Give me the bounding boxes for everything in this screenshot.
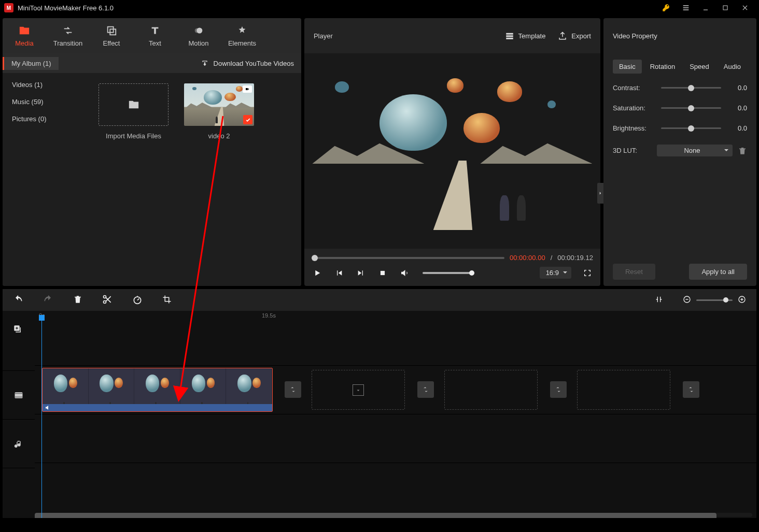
empty-slot[interactable] (444, 370, 538, 410)
timeline-clip[interactable] (42, 368, 273, 412)
svg-point-7 (104, 300, 106, 303)
zoom-in-button[interactable] (738, 295, 746, 305)
media-clip-card[interactable]: video 2 (181, 83, 257, 140)
close-button[interactable] (735, 0, 755, 16)
timeline: 0s 19.5s (3, 311, 756, 518)
aspect-ratio-value: 16:9 (546, 269, 559, 277)
svg-rect-12 (15, 392, 23, 398)
volume-slider[interactable] (423, 272, 474, 274)
tab-media[interactable]: Media (3, 20, 46, 51)
media-sidebar: Videos (1) Music (59) Pictures (0) (3, 73, 91, 286)
export-label: Export (571, 32, 591, 40)
volume-button[interactable] (399, 267, 410, 279)
clip-name: video 2 (208, 132, 230, 140)
time-total: 00:00:19.12 (557, 254, 593, 262)
expand-panel-button[interactable] (597, 183, 603, 204)
prop-tab-speed[interactable]: Speed (683, 60, 715, 74)
video-track-icon (13, 390, 24, 400)
add-track-button[interactable] (13, 324, 22, 335)
album-title[interactable]: My Album (1) (3, 57, 59, 70)
empty-slot[interactable] (312, 370, 405, 410)
empty-slot[interactable] (577, 370, 670, 410)
menu-button[interactable] (676, 0, 696, 16)
play-button[interactable] (312, 267, 323, 279)
media-panel: Media Transition Effect Text Motion Elem… (3, 18, 301, 286)
undo-button[interactable] (13, 294, 23, 306)
sidebar-item-videos[interactable]: Videos (1) (3, 76, 91, 93)
folder-icon (127, 99, 140, 110)
timeline-ruler[interactable]: 0s 19.5s (3, 311, 756, 322)
brightness-slider[interactable] (661, 127, 721, 129)
template-label: Template (518, 32, 546, 40)
prev-frame-button[interactable] (333, 267, 345, 279)
app-title: MiniTool MovieMaker Free 6.1.0 (18, 4, 114, 12)
video-track[interactable] (35, 366, 756, 414)
sidebar-item-pictures[interactable]: Pictures (0) (3, 110, 91, 127)
main-nav-tabs: Media Transition Effect Text Motion Elem… (3, 18, 301, 53)
delete-button[interactable] (73, 295, 82, 306)
time-current: 00:00:00.00 (510, 254, 545, 262)
redo-button[interactable] (43, 294, 53, 306)
media-grid: Import Media Files (91, 73, 301, 286)
import-label: Import Media Files (106, 132, 161, 140)
tab-motion[interactable]: Motion (177, 20, 220, 51)
fullscreen-button[interactable] (582, 267, 593, 279)
svg-point-6 (104, 295, 106, 298)
crop-button[interactable] (162, 295, 172, 306)
contrast-slider[interactable] (661, 87, 721, 89)
timeline-scrollbar[interactable] (35, 513, 752, 517)
maximize-button[interactable] (715, 0, 735, 16)
tab-effect-label: Effect (103, 39, 120, 47)
minimize-button[interactable] (696, 0, 715, 16)
contrast-label: Contrast: (613, 84, 652, 92)
transition-slot-button[interactable] (683, 381, 699, 398)
clip-thumbnail[interactable] (184, 83, 254, 126)
transition-slot-button[interactable] (285, 381, 301, 398)
sidebar-item-music[interactable]: Music (59) (3, 93, 91, 110)
lut-delete-icon[interactable] (738, 146, 747, 155)
next-frame-button[interactable] (355, 267, 367, 279)
tab-transition[interactable]: Transition (46, 20, 90, 51)
overlay-track[interactable] (35, 322, 756, 366)
apply-all-button[interactable]: Apply to all (689, 264, 747, 280)
prop-tab-rotation[interactable]: Rotation (644, 60, 681, 74)
prop-tab-audio[interactable]: Audio (718, 60, 747, 74)
license-key-button[interactable] (656, 0, 676, 16)
tab-text[interactable]: Text (133, 20, 177, 51)
track-head-audio[interactable] (3, 420, 35, 468)
export-button[interactable]: Export (558, 31, 591, 40)
lut-value: None (684, 147, 700, 154)
reset-button[interactable]: Reset (613, 264, 655, 280)
player-panel: Player Template Export (304, 18, 600, 286)
split-button[interactable] (102, 294, 113, 306)
track-head-video[interactable] (3, 371, 35, 420)
contrast-value: 0.0 (730, 84, 747, 92)
zoom-out-button[interactable] (683, 295, 691, 305)
transition-slot-button[interactable] (417, 381, 434, 398)
stop-button[interactable] (377, 267, 388, 279)
import-media-card[interactable]: Import Media Files (96, 83, 171, 140)
clip-audio-icon (45, 405, 51, 411)
tab-elements[interactable]: Elements (220, 20, 264, 51)
progress-slider[interactable] (312, 257, 504, 259)
zoom-slider[interactable] (696, 299, 733, 301)
aspect-ratio-select[interactable]: 16:9 (540, 267, 571, 279)
transition-slot-button[interactable] (550, 381, 567, 398)
audio-track[interactable] (35, 414, 756, 463)
video-badge-icon (243, 85, 252, 93)
fit-button[interactable] (655, 295, 663, 305)
lut-select[interactable]: None (657, 145, 733, 156)
video-preview[interactable] (312, 72, 592, 230)
template-button[interactable]: Template (505, 31, 546, 40)
audio-track-icon (14, 439, 23, 449)
prop-tab-basic[interactable]: Basic (613, 60, 642, 74)
tab-effect[interactable]: Effect (90, 20, 133, 51)
playhead[interactable] (41, 316, 42, 518)
download-youtube-button[interactable]: Download YouTube Videos (200, 60, 294, 67)
speed-button[interactable] (132, 294, 143, 306)
properties-title: Video Property (603, 18, 756, 53)
player-title: Player (314, 32, 333, 40)
saturation-slider[interactable] (661, 107, 721, 109)
svg-rect-1 (108, 26, 114, 32)
import-dropzone[interactable] (99, 83, 168, 126)
